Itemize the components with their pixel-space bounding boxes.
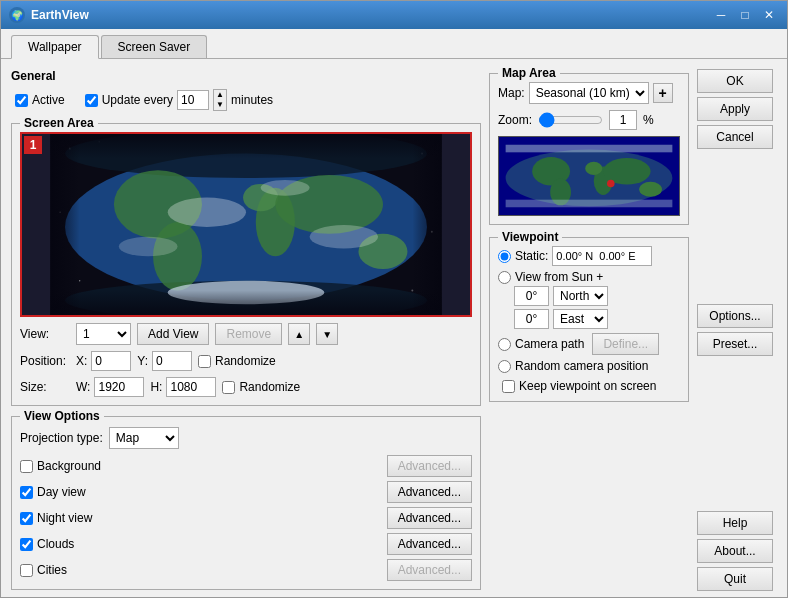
svg-rect-23 xyxy=(412,134,441,315)
move-down-button[interactable]: ▼ xyxy=(316,323,338,345)
app-icon: 🌍 xyxy=(9,7,25,23)
cities-row: Cities xyxy=(20,559,242,581)
window-controls: ─ □ ✕ xyxy=(711,5,779,25)
background-checkbox[interactable] xyxy=(20,460,33,473)
camera-path-radio[interactable] xyxy=(498,338,511,351)
size-label: Size: xyxy=(20,380,70,394)
active-checkbox[interactable] xyxy=(15,94,28,107)
day-view-checkbox[interactable] xyxy=(20,486,33,499)
x-input[interactable] xyxy=(91,351,131,371)
keep-viewpoint-checkbox[interactable] xyxy=(502,380,515,393)
zoom-value-input[interactable] xyxy=(609,110,637,130)
randomize1-text: Randomize xyxy=(215,354,276,368)
active-label[interactable]: Active xyxy=(15,93,65,107)
keep-viewpoint-label: Keep viewpoint on screen xyxy=(519,379,656,393)
map-area-group: Map Area Map: Seasonal (10 km) Blue Marb… xyxy=(489,73,689,225)
keep-viewpoint-row: Keep viewpoint on screen xyxy=(502,379,680,393)
cancel-button[interactable]: Cancel xyxy=(697,125,773,149)
map-select[interactable]: Seasonal (10 km) Blue Marble xyxy=(529,82,649,104)
w-input[interactable] xyxy=(94,377,144,397)
sun-radio[interactable] xyxy=(498,271,511,284)
add-view-button[interactable]: Add View xyxy=(137,323,209,345)
randomize1-checkbox[interactable] xyxy=(198,355,211,368)
background-adv-row: Advanced... xyxy=(250,455,472,477)
cities-advanced-button[interactable]: Advanced... xyxy=(387,559,472,581)
maximize-button[interactable]: □ xyxy=(735,5,755,25)
minimize-button[interactable]: ─ xyxy=(711,5,731,25)
tab-screen-saver[interactable]: Screen Saver xyxy=(101,35,208,58)
svg-rect-25 xyxy=(50,291,441,315)
move-up-button[interactable]: ▲ xyxy=(288,323,310,345)
close-button[interactable]: ✕ xyxy=(759,5,779,25)
left-panel: General Active Update every xyxy=(11,69,481,591)
projection-select[interactable]: Map Globe xyxy=(109,427,179,449)
night-view-checkbox[interactable] xyxy=(20,512,33,525)
options-button[interactable]: Options... xyxy=(697,304,773,328)
randomize2-checkbox[interactable] xyxy=(222,381,235,394)
view-options-title: View Options xyxy=(20,409,104,423)
random-camera-radio[interactable] xyxy=(498,360,511,373)
view-label: View: xyxy=(20,327,70,341)
svg-point-34 xyxy=(607,180,615,188)
ok-button[interactable]: OK xyxy=(697,69,773,93)
update-text: Update every xyxy=(102,93,173,107)
y-label: Y: xyxy=(137,354,148,368)
sun-direction1-select[interactable]: North South xyxy=(553,286,608,306)
map-add-button[interactable]: + xyxy=(653,83,673,103)
night-view-label[interactable]: Night view xyxy=(20,511,92,525)
tab-bar: Wallpaper Screen Saver xyxy=(1,29,787,59)
view-options-group: View Options Projection type: Map Globe xyxy=(11,416,481,590)
define-button[interactable]: Define... xyxy=(592,333,659,355)
background-advanced-button[interactable]: Advanced... xyxy=(387,455,472,477)
tab-wallpaper[interactable]: Wallpaper xyxy=(11,35,99,59)
randomize1-label[interactable]: Randomize xyxy=(198,354,276,368)
day-advanced-button[interactable]: Advanced... xyxy=(387,481,472,503)
preset-button[interactable]: Preset... xyxy=(697,332,773,356)
remove-button[interactable]: Remove xyxy=(215,323,282,345)
sun-row1: North South xyxy=(514,286,680,306)
general-section: General Active Update every xyxy=(11,69,481,113)
update-value-input[interactable] xyxy=(177,90,209,110)
y-input[interactable] xyxy=(152,351,192,371)
sun-degree1-input[interactable] xyxy=(514,286,549,306)
view-select[interactable]: 1 xyxy=(76,323,131,345)
right-panel: OK Apply Cancel Options... Preset... Hel… xyxy=(697,69,779,591)
night-advanced-button[interactable]: Advanced... xyxy=(387,507,472,529)
day-view-label[interactable]: Day view xyxy=(20,485,86,499)
title-bar-left: 🌍 EarthView xyxy=(9,7,89,23)
update-checkbox[interactable] xyxy=(85,94,98,107)
cities-label[interactable]: Cities xyxy=(20,563,67,577)
zoom-slider[interactable] xyxy=(538,112,603,128)
background-label[interactable]: Background xyxy=(20,459,101,473)
day-view-text: Day view xyxy=(37,485,86,499)
randomize2-label[interactable]: Randomize xyxy=(222,380,300,394)
update-down-btn[interactable]: ▼ xyxy=(214,100,226,110)
clouds-checkbox[interactable] xyxy=(20,538,33,551)
update-up-btn[interactable]: ▲ xyxy=(214,90,226,100)
help-button[interactable]: Help xyxy=(697,511,773,535)
viewpoint-title: Viewpoint xyxy=(498,230,562,244)
about-button[interactable]: About... xyxy=(697,539,773,563)
cities-checkbox[interactable] xyxy=(20,564,33,577)
sun-direction2-select[interactable]: East West xyxy=(553,309,608,329)
quit-button[interactable]: Quit xyxy=(697,567,773,591)
projection-label: Projection type: xyxy=(20,431,103,445)
update-label[interactable]: Update every xyxy=(85,93,173,107)
clouds-advanced-button[interactable]: Advanced... xyxy=(387,533,472,555)
svg-rect-35 xyxy=(506,145,673,153)
update-row: Update every ▲ ▼ minutes xyxy=(85,89,273,111)
sun-radio-row: View from Sun + xyxy=(498,270,680,284)
svg-rect-36 xyxy=(506,200,673,208)
sun-degree2-input[interactable] xyxy=(514,309,549,329)
svg-point-20 xyxy=(119,237,178,257)
night-view-text: Night view xyxy=(37,511,92,525)
title-bar: 🌍 EarthView ─ □ ✕ xyxy=(1,1,787,29)
apply-button[interactable]: Apply xyxy=(697,97,773,121)
static-radio[interactable] xyxy=(498,250,511,263)
svg-point-15 xyxy=(153,222,202,290)
background-row: Background xyxy=(20,455,242,477)
h-input[interactable] xyxy=(166,377,216,397)
clouds-label[interactable]: Clouds xyxy=(20,537,74,551)
static-input[interactable] xyxy=(552,246,652,266)
viewpoint-group: Viewpoint Static: View from Sun xyxy=(489,237,689,402)
